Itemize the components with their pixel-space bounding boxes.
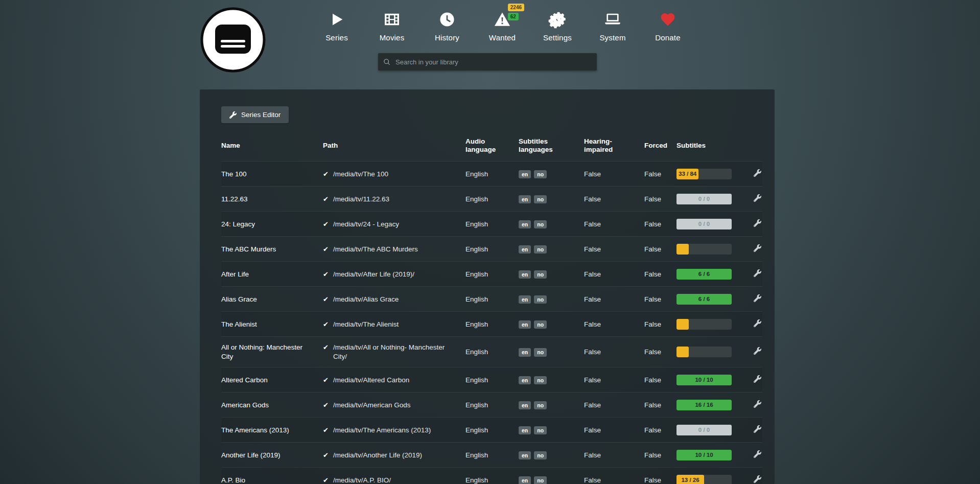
subtitles-progress-bar: 6 / 6 (676, 269, 732, 280)
path-text: /media/tv/11.22.63 (333, 195, 389, 204)
nav-item-settings[interactable]: Settings (530, 7, 585, 42)
nav-item-wanted[interactable]: 224662 Wanted (475, 7, 530, 42)
nav-item-series[interactable]: Series (309, 7, 364, 42)
series-name[interactable]: 24: Legacy (221, 214, 323, 235)
subtitles-progress-cell: 13 / 26 (676, 469, 748, 484)
series-name[interactable]: The 100 (221, 164, 323, 185)
clock-icon (439, 11, 455, 28)
main-nav: Series Movies History 224662 Wanted Sett… (309, 7, 695, 42)
hearing-impaired-value: False (584, 289, 644, 310)
wanted-badges: 224662 (508, 4, 524, 20)
series-editor-label: Series Editor (241, 111, 281, 119)
language-badge: en (519, 170, 531, 179)
wrench-icon[interactable] (754, 400, 761, 408)
nav-label: Wanted (475, 33, 530, 42)
audio-language: English (465, 470, 519, 484)
hearing-impaired-value: False (584, 164, 644, 185)
subtitles-progress-bar: 16 / 16 (676, 400, 732, 410)
forced-value: False (644, 420, 676, 441)
language-badge: no (534, 426, 547, 435)
wrench-icon[interactable] (754, 294, 761, 302)
language-badge: en (519, 376, 531, 385)
check-icon: ✔ (323, 320, 329, 329)
hearing-impaired-value: False (584, 239, 644, 260)
check-icon: ✔ (323, 170, 329, 179)
nav-item-system[interactable]: System (585, 7, 640, 42)
table-row: The 100 ✔ /media/tv/The 100 English enno… (221, 161, 762, 186)
series-name[interactable]: The ABC Murders (221, 239, 323, 260)
wrench-icon[interactable] (754, 244, 761, 252)
wrench-icon[interactable] (754, 375, 761, 383)
check-icon: ✔ (323, 343, 329, 352)
series-editor-button[interactable]: Series Editor (221, 106, 289, 123)
wrench-icon[interactable] (754, 475, 761, 483)
column-header-audio-language: Audio language (465, 135, 519, 161)
path-text: /media/tv/American Gods (333, 401, 411, 410)
forced-value: False (644, 289, 676, 310)
check-icon: ✔ (323, 195, 329, 204)
subtitles-count: 33 / 84 (676, 170, 698, 178)
audio-language: English (465, 445, 519, 466)
table-row: The ABC Murders ✔ /media/tv/The ABC Murd… (221, 236, 762, 261)
language-badge: en (519, 451, 531, 460)
wrench-icon[interactable] (754, 425, 761, 433)
series-path: ✔ /media/tv/The ABC Murders (323, 239, 465, 260)
subtitles-count: 6 / 6 (696, 295, 712, 303)
series-name[interactable]: American Gods (221, 395, 323, 416)
wrench-icon[interactable] (754, 194, 761, 202)
check-icon: ✔ (323, 376, 329, 385)
wrench-icon[interactable] (754, 450, 761, 458)
wrench-icon[interactable] (754, 319, 761, 327)
language-badge: en (519, 401, 531, 410)
forced-value: False (644, 264, 676, 285)
wrench-icon[interactable] (754, 269, 761, 277)
subtitles-languages: enno (519, 189, 584, 210)
series-name[interactable]: All or Nothing: Manchester City (221, 337, 323, 367)
nav-item-history[interactable]: History (419, 7, 475, 42)
nav-item-donate[interactable]: Donate (640, 7, 695, 42)
search-input[interactable] (394, 58, 592, 66)
series-name[interactable]: The Alienist (221, 314, 323, 335)
series-name[interactable]: After Life (221, 264, 323, 285)
language-badge: no (534, 295, 547, 304)
subtitles-languages: enno (519, 314, 584, 335)
series-path: ✔ /media/tv/Another Life (2019) (323, 445, 465, 466)
series-name[interactable]: Altered Carbon (221, 370, 323, 391)
subtitles-count: 16 / 16 (693, 401, 715, 409)
language-badge: no (534, 376, 547, 385)
language-badge: no (534, 451, 547, 460)
nav-label: Series (309, 33, 364, 42)
subtitles-progress-cell: 0 / 0 (676, 213, 748, 236)
forced-value: False (644, 214, 676, 235)
forced-value: False (644, 314, 676, 335)
forced-value: False (644, 164, 676, 185)
series-name[interactable]: Another Life (2019) (221, 445, 323, 466)
nav-item-movies[interactable]: Movies (364, 7, 419, 42)
wrench-icon[interactable] (754, 169, 761, 177)
table-row: 24: Legacy ✔ /media/tv/24 - Legacy Engli… (221, 211, 762, 236)
wrench-icon[interactable] (754, 219, 761, 227)
series-path: ✔ /media/tv/The Americans (2013) (323, 420, 465, 441)
subtitles-progress-cell (676, 238, 748, 261)
path-text: /media/tv/24 - Legacy (333, 220, 399, 229)
series-name[interactable]: A.P. Bio (221, 470, 323, 484)
subtitles-count: 0 / 0 (696, 426, 712, 434)
app-logo[interactable] (199, 6, 267, 74)
play-icon (329, 11, 345, 28)
forced-value: False (644, 189, 676, 210)
search-icon (383, 58, 390, 65)
subtitles-progress-bar: 33 / 84 (676, 169, 732, 179)
language-badge: no (534, 245, 547, 254)
wrench-icon (229, 111, 237, 119)
nav-label: System (585, 33, 640, 42)
wrench-icon[interactable] (754, 347, 761, 355)
search-bar (378, 53, 597, 71)
subtitles-count: 6 / 6 (696, 270, 712, 278)
forced-value: False (644, 470, 676, 484)
subtitles-languages: enno (519, 470, 584, 484)
series-name[interactable]: 11.22.63 (221, 189, 323, 210)
bazarr-app: Series Movies History 224662 Wanted Sett… (0, 0, 980, 484)
series-name[interactable]: The Americans (2013) (221, 420, 323, 441)
path-text: /media/tv/The Americans (2013) (333, 426, 431, 435)
series-name[interactable]: Alias Grace (221, 289, 323, 310)
